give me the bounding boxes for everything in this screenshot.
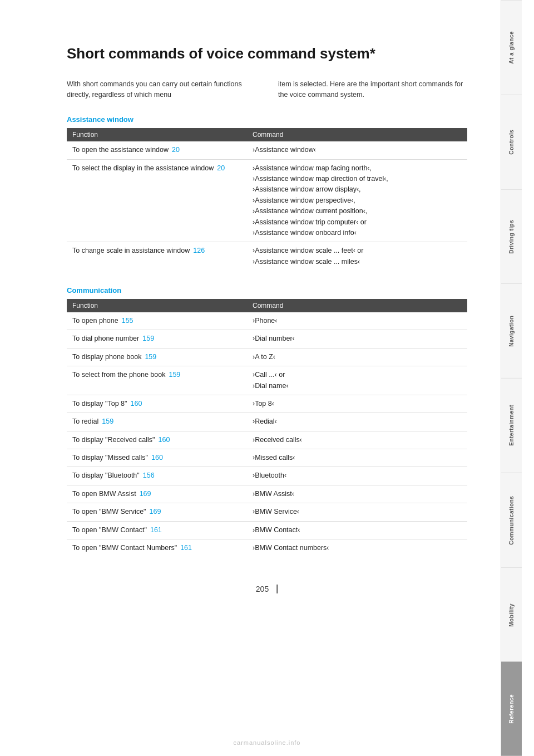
- function-cell: To select from the phone book159: [67, 366, 247, 395]
- function-cell: To open phone155: [67, 312, 247, 330]
- table-row: To change scale in assistance window126›…: [67, 242, 467, 271]
- function-cell: To display phone book159: [67, 348, 247, 366]
- tab-communications[interactable]: Communications: [501, 473, 522, 567]
- tab-at-a-glance[interactable]: At a glance: [501, 0, 522, 95]
- intro-section: With short commands you can carry out ce…: [67, 79, 467, 100]
- intro-left: With short commands you can carry out ce…: [67, 79, 256, 100]
- assistance-col-function: Function: [67, 128, 247, 141]
- command-cell: ›Call ...‹ or ›Dial name‹: [247, 366, 467, 395]
- function-cell: To dial phone number159: [67, 330, 247, 348]
- command-cell: ›Missed calls‹: [247, 449, 467, 467]
- watermark: carmanualsoline.info: [234, 739, 301, 746]
- page-number: 205: [256, 585, 278, 593]
- command-cell: ›Assistance window map facing north‹, ›A…: [247, 159, 467, 242]
- tab-reference[interactable]: Reference: [501, 661, 522, 756]
- intro-right: item is selected. Here are the important…: [278, 79, 467, 100]
- function-cell: To change scale in assistance window126: [67, 242, 247, 271]
- command-cell: ›Redial‹: [247, 413, 467, 431]
- command-cell: ›BMW Service‹: [247, 503, 467, 521]
- comm-col-command: Command: [247, 299, 467, 312]
- tab-mobility[interactable]: Mobility: [501, 567, 522, 662]
- tab-controls[interactable]: Controls: [501, 95, 522, 189]
- comm-col-function: Function: [67, 299, 247, 312]
- table-row: To open "BMW Contact"161›BMW Contact‹: [67, 521, 467, 539]
- command-cell: ›Assistance window‹: [247, 141, 467, 159]
- function-cell: To select the display in the assistance …: [67, 159, 247, 242]
- table-row: To open the assistance window20›Assistan…: [67, 141, 467, 159]
- table-row: To redial159›Redial‹: [67, 413, 467, 431]
- command-cell: ›Top 8‹: [247, 395, 467, 413]
- command-cell: ›Bluetooth‹: [247, 467, 467, 485]
- tab-entertainment[interactable]: Entertainment: [501, 378, 522, 473]
- function-cell: To display "Received calls"160: [67, 431, 247, 449]
- table-row: To dial phone number159›Dial number‹: [67, 330, 467, 348]
- assistance-col-command: Command: [247, 128, 467, 141]
- tab-driving-tips[interactable]: Driving tips: [501, 189, 522, 284]
- communication-title: Communication: [67, 286, 467, 294]
- function-cell: To open "BMW Contact"161: [67, 521, 247, 539]
- command-cell: ›BMW Assist‹: [247, 485, 467, 503]
- command-cell: ›Dial number‹: [247, 330, 467, 348]
- table-row: To open "BMW Service"169›BMW Service‹: [67, 503, 467, 521]
- function-cell: To open "BMW Service"169: [67, 503, 247, 521]
- command-cell: ›Received calls‹: [247, 431, 467, 449]
- command-cell: ›BMW Contact numbers‹: [247, 539, 467, 557]
- tab-navigation[interactable]: Navigation: [501, 283, 522, 378]
- function-cell: To open BMW Assist169: [67, 485, 247, 503]
- assistance-window-table: Function Command To open the assistance …: [67, 128, 467, 271]
- table-row: To select the display in the assistance …: [67, 159, 467, 242]
- table-row: To display "Missed calls"160›Missed call…: [67, 449, 467, 467]
- command-cell: ›BMW Contact‹: [247, 521, 467, 539]
- table-row: To display "Bluetooth"156›Bluetooth‹: [67, 467, 467, 485]
- table-row: To display phone book159›A to Z‹: [67, 348, 467, 366]
- command-cell: ›A to Z‹: [247, 348, 467, 366]
- function-cell: To open "BMW Contact Numbers"161: [67, 539, 247, 557]
- table-row: To display "Top 8"160›Top 8‹: [67, 395, 467, 413]
- function-cell: To redial159: [67, 413, 247, 431]
- command-cell: ›Phone‹: [247, 312, 467, 330]
- function-cell: To display "Top 8"160: [67, 395, 247, 413]
- assistance-window-title: Assistance window: [67, 115, 467, 124]
- table-row: To open phone155›Phone‹: [67, 312, 467, 330]
- table-row: To open BMW Assist169›BMW Assist‹: [67, 485, 467, 503]
- side-tabs: At a glance Controls Driving tips Naviga…: [501, 0, 522, 756]
- function-cell: To display "Bluetooth"156: [67, 467, 247, 485]
- function-cell: To display "Missed calls"160: [67, 449, 247, 467]
- page-number-area: 205: [67, 585, 467, 593]
- function-cell: To open the assistance window20: [67, 141, 247, 159]
- table-row: To display "Received calls"160›Received …: [67, 431, 467, 449]
- table-row: To select from the phone book159›Call ..…: [67, 366, 467, 395]
- table-row: To open "BMW Contact Numbers"161›BMW Con…: [67, 539, 467, 557]
- communication-table: Function Command To open phone155›Phone‹…: [67, 299, 467, 557]
- command-cell: ›Assistance window scale ... feet‹ or ›A…: [247, 242, 467, 271]
- page-title: Short commands of voice command system*: [67, 45, 467, 63]
